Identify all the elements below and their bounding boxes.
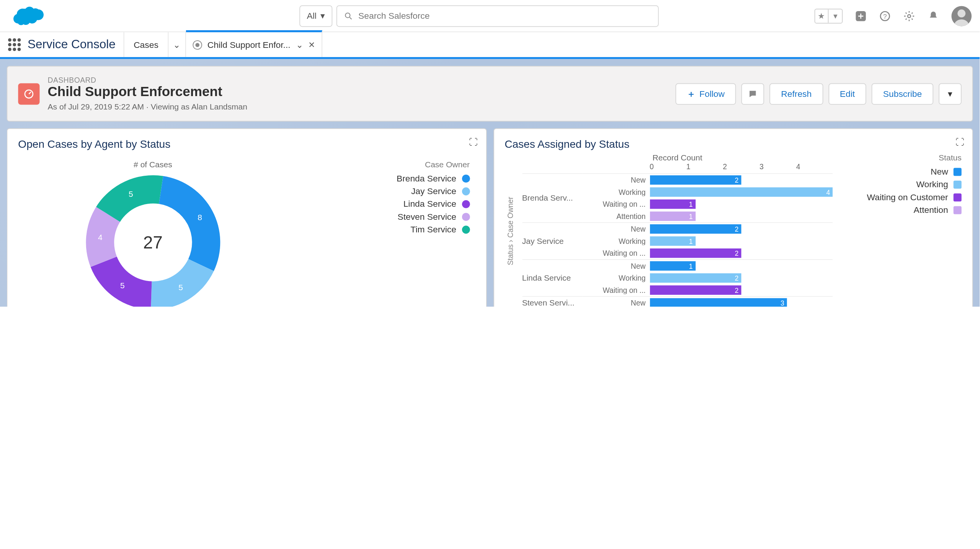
legend-item[interactable]: Tim Service bbox=[296, 224, 469, 234]
follow-label: Follow bbox=[699, 89, 725, 99]
donut-total: 27 bbox=[82, 172, 223, 307]
gear-icon[interactable] bbox=[903, 10, 915, 22]
swatch-icon bbox=[462, 174, 470, 182]
legend-label: Tim Service bbox=[410, 224, 456, 234]
legend-item[interactable]: New bbox=[840, 167, 962, 176]
status-label: Waiting on ... bbox=[583, 249, 650, 257]
refresh-label: Refresh bbox=[781, 89, 812, 99]
dashboard-title: Child Support Enforcement bbox=[48, 84, 247, 99]
legend-item[interactable]: Jay Service bbox=[296, 186, 469, 196]
nav-object-cases[interactable]: Cases ⌄ bbox=[124, 32, 186, 57]
dashboard-type-icon bbox=[18, 83, 39, 105]
more-actions-button[interactable]: ▾ bbox=[939, 83, 962, 105]
chevron-down-icon[interactable]: ⌄ bbox=[168, 32, 185, 57]
search-scope-dropdown[interactable]: All ▾ bbox=[299, 5, 333, 26]
status-label: Waiting on ... bbox=[583, 286, 650, 294]
swatch-icon bbox=[462, 200, 470, 208]
hbar-row[interactable]: Attention1 bbox=[583, 210, 833, 222]
legend-header: Case Owner bbox=[296, 160, 469, 169]
hbar-row[interactable]: New2 bbox=[583, 223, 833, 235]
legend-label: New bbox=[931, 167, 948, 176]
donut-legend: Case Owner Brenda ServiceJay ServiceLind… bbox=[296, 160, 469, 307]
legend-label: Waiting on Customer bbox=[867, 192, 948, 202]
hbar-row[interactable]: New3 bbox=[583, 297, 833, 307]
app-launcher[interactable]: Service Console bbox=[0, 32, 124, 57]
hbar-row[interactable]: New2 bbox=[583, 174, 833, 186]
search-input[interactable] bbox=[358, 11, 652, 21]
status-label: Working bbox=[583, 274, 650, 282]
expand-icon[interactable]: ⛶ bbox=[469, 137, 478, 147]
bell-icon[interactable] bbox=[927, 10, 939, 22]
app-name: Service Console bbox=[28, 38, 116, 52]
svg-text:?: ? bbox=[883, 13, 887, 20]
bar: 1 bbox=[650, 199, 696, 209]
favorites-control[interactable]: ★▾ bbox=[815, 8, 843, 23]
close-icon[interactable]: × bbox=[309, 39, 315, 51]
status-label: Attention bbox=[583, 212, 650, 220]
hbar-row[interactable]: Waiting on ...1 bbox=[583, 198, 833, 210]
chevron-down-icon[interactable]: ⌄ bbox=[296, 39, 303, 49]
nav-bar: Service Console Cases ⌄ Child Support En… bbox=[0, 32, 980, 59]
svg-point-5 bbox=[908, 14, 911, 17]
status-label: New bbox=[583, 176, 650, 184]
card-title: Cases Assigned by Status bbox=[505, 138, 962, 150]
dashboard-cards: ⛶ Open Cases by Agent by Status # of Cas… bbox=[7, 128, 973, 307]
legend-item[interactable]: Steven Service bbox=[296, 212, 469, 222]
user-avatar[interactable] bbox=[951, 6, 972, 26]
feed-button[interactable] bbox=[742, 83, 764, 105]
legend-label: Steven Service bbox=[397, 212, 456, 222]
swatch-icon bbox=[462, 187, 470, 195]
bar: 2 bbox=[650, 273, 741, 283]
hbar-chart[interactable]: Record Count 01234 Brenda Serv...New2Wor… bbox=[522, 153, 833, 307]
waffle-icon bbox=[8, 38, 21, 51]
status-label: Waiting on ... bbox=[583, 200, 650, 208]
legend-item[interactable]: Attention bbox=[840, 205, 962, 215]
search-scope-label: All bbox=[307, 11, 317, 21]
bar: 4 bbox=[650, 187, 833, 197]
hbar-row[interactable]: Working2 bbox=[583, 272, 833, 284]
legend-item[interactable]: Linda Service bbox=[296, 199, 469, 209]
owner-label: Jay Service bbox=[522, 222, 583, 259]
salesforce-logo bbox=[12, 4, 44, 27]
chevron-down-icon: ▾ bbox=[320, 11, 325, 21]
swatch-icon bbox=[462, 225, 470, 233]
swatch-icon bbox=[954, 168, 962, 176]
hbar-row[interactable]: New1 bbox=[583, 260, 833, 272]
bar: 3 bbox=[650, 298, 787, 307]
hbar-row[interactable]: Waiting on ...2 bbox=[583, 284, 833, 296]
dashboard-kicker: DASHBOARD bbox=[48, 76, 247, 84]
legend-header: Status bbox=[840, 153, 962, 163]
legend-item[interactable]: Waiting on Customer bbox=[840, 192, 962, 202]
bar: 1 bbox=[650, 236, 696, 246]
edit-button[interactable]: Edit bbox=[828, 83, 866, 105]
bar: 2 bbox=[650, 285, 741, 295]
global-search: All ▾ bbox=[299, 5, 659, 26]
status-label: New bbox=[583, 299, 650, 307]
hbar-axis-title: Record Count bbox=[522, 153, 833, 163]
legend-item[interactable]: Brenda Service bbox=[296, 173, 469, 183]
dashboard-header: DASHBOARD Child Support Enforcement As o… bbox=[7, 66, 973, 122]
search-box[interactable] bbox=[337, 5, 659, 26]
swatch-icon bbox=[954, 206, 962, 214]
status-label: Working bbox=[583, 237, 650, 245]
add-icon[interactable] bbox=[855, 10, 867, 22]
status-label: New bbox=[583, 262, 650, 270]
subscribe-button[interactable]: Subscribe bbox=[872, 83, 933, 105]
donut-chart[interactable]: 85545 27 bbox=[82, 172, 223, 307]
hbar-row[interactable]: Working4 bbox=[583, 186, 833, 198]
help-icon[interactable]: ? bbox=[879, 10, 891, 22]
hbar-row[interactable]: Waiting on ...2 bbox=[583, 247, 833, 259]
status-label: Working bbox=[583, 188, 650, 196]
hbar-row[interactable]: Working1 bbox=[583, 235, 833, 247]
follow-button[interactable]: ＋Follow bbox=[675, 83, 736, 105]
expand-icon[interactable]: ⛶ bbox=[956, 137, 964, 147]
tab-child-support-enforcement[interactable]: Child Support Enfor... ⌄ × bbox=[186, 30, 322, 57]
hbar-ylabel: Status › Case Owner bbox=[505, 153, 515, 307]
owner-label: Linda Service bbox=[522, 259, 583, 296]
legend-item[interactable]: Working bbox=[840, 179, 962, 189]
search-icon bbox=[344, 11, 354, 21]
header-actions: ★▾ ? bbox=[815, 6, 972, 26]
card-title: Open Cases by Agent by Status bbox=[18, 138, 475, 150]
refresh-button[interactable]: Refresh bbox=[770, 83, 823, 105]
bar: 2 bbox=[650, 248, 741, 258]
